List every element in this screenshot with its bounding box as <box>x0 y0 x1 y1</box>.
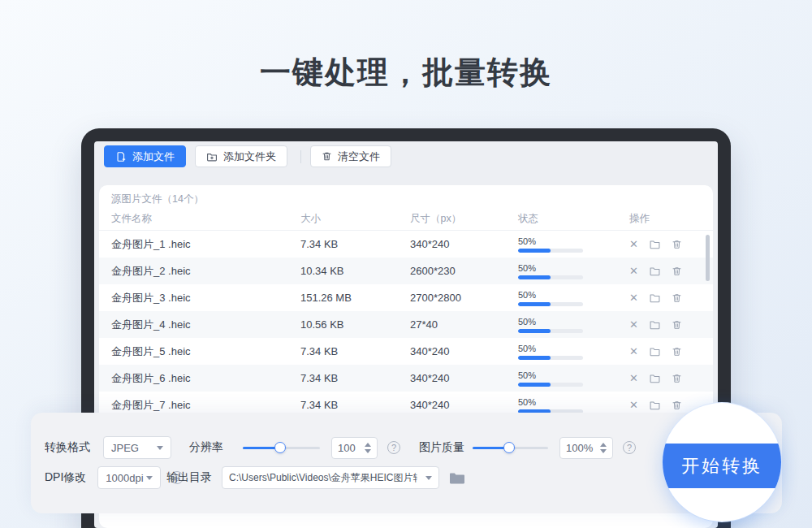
file-status: 50% <box>518 317 583 333</box>
delete-icon[interactable] <box>672 400 682 411</box>
col-actions: 操作 <box>629 212 713 226</box>
chevron-down-icon <box>146 476 153 480</box>
dpi-value: 1000dpi <box>106 472 143 484</box>
cancel-icon[interactable]: ✕ <box>629 239 638 249</box>
progress-bar <box>518 302 583 306</box>
delete-icon[interactable] <box>672 239 682 250</box>
open-folder-icon[interactable] <box>649 319 661 331</box>
format-select[interactable]: JPEG <box>103 436 171 459</box>
file-status: 50% <box>518 290 583 306</box>
file-name: 金舟图片_1 .heic <box>111 237 300 252</box>
stepper-arrows-icon[interactable] <box>600 443 607 453</box>
file-name: 金舟图片_3 .heic <box>111 291 300 305</box>
file-name: 金舟图片_6 .heic <box>111 371 300 386</box>
format-value: JPEG <box>111 442 139 454</box>
resolution-label: 分辨率 <box>189 440 223 455</box>
scrollbar-thumb[interactable] <box>706 235 710 281</box>
add-file-button[interactable]: 添加文件 <box>104 145 186 167</box>
progress-bar <box>518 356 583 360</box>
chevron-down-icon <box>157 446 163 450</box>
cancel-icon[interactable]: ✕ <box>629 266 638 276</box>
start-convert-button[interactable]: 开始转换 <box>663 403 781 522</box>
output-group: 输出目录 C:\Users\Public\Videos\金舟苹果HEIC图片转换… <box>166 466 465 489</box>
resolution-slider[interactable] <box>243 436 320 459</box>
file-dimensions: 2700*2800 <box>410 292 518 304</box>
file-size: 7.34 KB <box>300 238 410 250</box>
progress-label: 50% <box>518 370 583 380</box>
file-table-body: 金舟图片_1 .heic 7.34 KB 340*240 50% ✕ 金舟图片_… <box>99 231 713 418</box>
quality-help-icon[interactable]: ? <box>623 441 636 454</box>
table-row: 金舟图片_1 .heic 7.34 KB 340*240 50% ✕ <box>99 231 713 258</box>
stepper-arrows-icon[interactable] <box>365 443 371 453</box>
open-folder-icon[interactable] <box>649 346 661 357</box>
cancel-icon[interactable]: ✕ <box>629 292 638 303</box>
progress-fill <box>518 383 551 387</box>
progress-bar <box>518 329 583 333</box>
quality-value: 100% <box>566 442 593 454</box>
file-size: 10.34 KB <box>300 265 410 277</box>
file-dimensions: 340*240 <box>410 372 518 384</box>
output-path-select[interactable]: C:\Users\Public\Videos\金舟苹果HEIC图片转换... <box>222 466 439 489</box>
folder-plus-icon <box>206 151 218 162</box>
open-folder-icon[interactable] <box>649 373 661 384</box>
file-name: 金舟图片_2 .heic <box>111 264 300 279</box>
chevron-down-icon <box>425 476 432 480</box>
open-folder-icon[interactable] <box>649 239 661 250</box>
resolution-stepper[interactable]: 100 <box>331 437 378 459</box>
progress-fill <box>518 356 551 360</box>
progress-label: 50% <box>518 290 583 300</box>
file-plus-icon <box>115 151 127 162</box>
page-title: 一键处理，批量转换 <box>0 52 812 93</box>
delete-icon[interactable] <box>672 292 682 304</box>
source-files-count: 源图片文件（14个） <box>99 185 713 208</box>
file-status: 50% <box>518 263 583 279</box>
output-label: 输出目录 <box>166 470 212 485</box>
add-folder-button[interactable]: 添加文件夹 <box>195 145 287 167</box>
resolution-help-icon[interactable]: ? <box>387 441 400 454</box>
file-size: 7.34 KB <box>300 345 410 357</box>
file-name: 金舟图片_4 .heic <box>111 318 300 332</box>
open-folder-icon[interactable] <box>649 266 661 277</box>
delete-icon[interactable] <box>672 319 682 331</box>
progress-bar <box>518 249 583 253</box>
quality-label: 图片质量 <box>419 440 464 455</box>
open-folder-icon[interactable] <box>649 292 661 304</box>
clear-files-label: 清空文件 <box>338 149 380 164</box>
table-header: 文件名称 大小 尺寸（px） 状态 操作 <box>99 208 713 231</box>
browse-folder-icon[interactable] <box>449 471 465 485</box>
quality-group: 图片质量 100% ? <box>419 436 636 459</box>
quality-slider[interactable] <box>473 436 548 459</box>
open-folder-icon[interactable] <box>649 400 661 411</box>
delete-icon[interactable] <box>672 346 682 357</box>
progress-bar <box>518 383 583 387</box>
table-row: 金舟图片_3 .heic 151.26 MB 2700*2800 50% ✕ <box>99 284 713 311</box>
resolution-value: 100 <box>338 442 356 454</box>
file-dimensions: 27*40 <box>410 318 518 331</box>
clear-files-button[interactable]: 清空文件 <box>310 145 391 167</box>
toolbar: 添加文件 添加文件夹 清空文件 <box>104 145 391 167</box>
quality-stepper[interactable]: 100% <box>559 437 613 459</box>
table-row: 金舟图片_4 .heic 10.56 KB 27*40 50% ✕ <box>99 311 713 338</box>
file-name: 金舟图片_5 .heic <box>111 344 300 359</box>
dpi-group: DPI修改 1000dpi ? <box>45 466 184 489</box>
file-dimensions: 340*240 <box>410 345 518 357</box>
cancel-icon[interactable]: ✕ <box>629 373 638 383</box>
delete-icon[interactable] <box>672 266 682 277</box>
col-size: 大小 <box>300 212 410 226</box>
cancel-icon[interactable]: ✕ <box>629 400 638 410</box>
file-size: 7.34 KB <box>300 372 410 384</box>
progress-fill <box>518 249 551 253</box>
dpi-select[interactable]: 1000dpi <box>97 466 161 489</box>
file-dimensions: 2600*230 <box>410 265 518 277</box>
add-file-label: 添加文件 <box>132 149 175 164</box>
delete-icon[interactable] <box>672 373 682 384</box>
quality-slider-thumb[interactable] <box>503 442 515 453</box>
cancel-icon[interactable]: ✕ <box>629 319 638 330</box>
resolution-slider-thumb[interactable] <box>274 442 286 453</box>
progress-fill <box>518 329 551 333</box>
progress-fill <box>518 302 551 306</box>
cancel-icon[interactable]: ✕ <box>629 346 638 357</box>
output-path-value: C:\Users\Public\Videos\金舟苹果HEIC图片转换... <box>229 471 417 485</box>
dpi-label: DPI修改 <box>45 470 86 485</box>
file-dimensions: 340*240 <box>410 399 518 411</box>
